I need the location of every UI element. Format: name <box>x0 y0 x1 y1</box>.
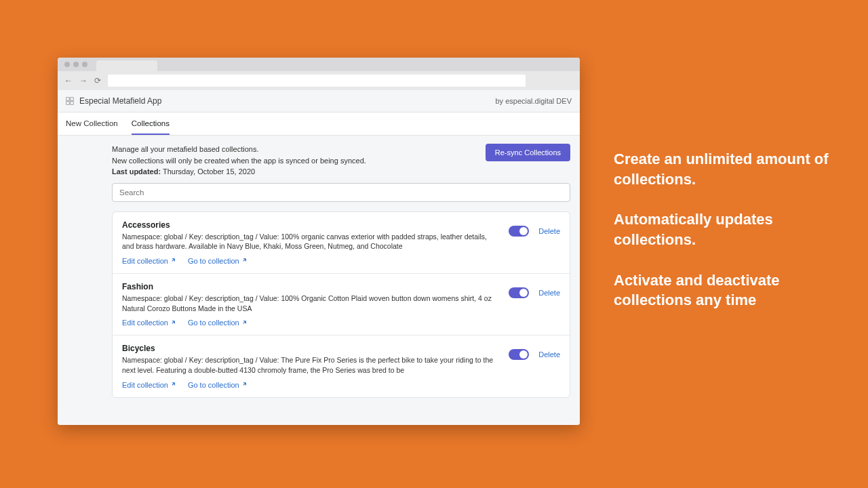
list-item: Accessories Namespace: global / Key: des… <box>113 212 570 274</box>
copy-line: Create an unlimited amount of collection… <box>614 149 831 189</box>
edit-collection-link[interactable]: Edit collection <box>122 381 177 389</box>
manage-line2: New collections will only be created whe… <box>112 155 366 167</box>
edit-collection-link[interactable]: Edit collection <box>122 319 177 327</box>
manage-line1: Manage all your metafield based collecti… <box>112 144 366 155</box>
active-toggle[interactable] <box>509 226 529 237</box>
list-item: Bicycles Namespace: global / Key: descri… <box>113 336 570 396</box>
collections-list: Accessories Namespace: global / Key: des… <box>112 211 570 398</box>
resync-button[interactable]: Re-sync Collections <box>486 144 570 161</box>
goto-collection-link[interactable]: Go to collection <box>188 257 248 265</box>
svg-rect-0 <box>66 98 70 101</box>
browser-window: ← → ⟳ Especial Metafield App by especial… <box>58 58 580 425</box>
tabs-row: New Collection Collections <box>58 112 580 136</box>
tab-collections[interactable]: Collections <box>132 113 170 135</box>
external-link-icon <box>171 382 177 388</box>
svg-rect-1 <box>71 98 74 101</box>
last-updated-label: Last updated: <box>112 167 161 176</box>
app-content: Especial Metafield App by especial.digit… <box>58 90 580 425</box>
external-link-icon <box>242 382 248 388</box>
external-link-icon <box>242 320 248 326</box>
tab-new-collection[interactable]: New Collection <box>66 113 118 135</box>
external-link-icon <box>171 258 177 264</box>
manage-text: Manage all your metafield based collecti… <box>112 144 366 178</box>
copy-line: Automatically updates collections. <box>614 209 831 249</box>
external-link-icon <box>242 258 248 264</box>
reload-icon[interactable]: ⟳ <box>94 76 101 85</box>
app-title: Especial Metafield App <box>79 96 161 106</box>
search-input[interactable] <box>112 183 570 202</box>
delete-link[interactable]: Delete <box>538 350 560 359</box>
collection-title: Fashion <box>122 282 498 291</box>
marketing-copy: Create an unlimited amount of collection… <box>614 149 831 331</box>
copy-line: Activate and deactivate collections any … <box>614 270 831 310</box>
browser-tab-bar <box>58 58 580 71</box>
page-body: Manage all your metafield based collecti… <box>58 136 580 425</box>
app-header: Especial Metafield App by especial.digit… <box>58 90 580 112</box>
external-link-icon <box>171 320 177 326</box>
delete-link[interactable]: Delete <box>538 227 560 235</box>
collection-description: Namespace: global / Key: description_tag… <box>122 232 498 251</box>
url-bar[interactable] <box>108 75 526 87</box>
minimize-dot-icon[interactable] <box>73 62 79 67</box>
collection-description: Namespace: global / Key: description_tag… <box>122 293 498 313</box>
active-toggle[interactable] <box>509 349 529 360</box>
last-updated-value: Thursday, October 15, 2020 <box>163 167 255 176</box>
browser-tab[interactable] <box>96 60 157 71</box>
back-icon[interactable]: ← <box>64 76 73 85</box>
list-item: Fashion Namespace: global / Key: descrip… <box>113 274 570 336</box>
goto-collection-link[interactable]: Go to collection <box>188 381 248 389</box>
svg-rect-3 <box>71 102 74 105</box>
collection-description: Namespace: global / Key: description_tag… <box>122 355 498 375</box>
forward-icon[interactable]: → <box>79 76 87 85</box>
goto-collection-link[interactable]: Go to collection <box>188 319 248 327</box>
delete-link[interactable]: Delete <box>538 289 560 297</box>
app-logo-icon <box>66 97 74 105</box>
collection-title: Accessories <box>122 220 498 230</box>
collection-title: Bicycles <box>122 344 498 353</box>
browser-nav-bar: ← → ⟳ <box>58 71 580 90</box>
close-dot-icon[interactable] <box>64 62 70 67</box>
edit-collection-link[interactable]: Edit collection <box>122 257 177 265</box>
maximize-dot-icon[interactable] <box>82 62 87 67</box>
svg-rect-2 <box>66 102 70 105</box>
active-toggle[interactable] <box>509 287 529 298</box>
app-byline: by especial.digital DEV <box>495 97 572 105</box>
